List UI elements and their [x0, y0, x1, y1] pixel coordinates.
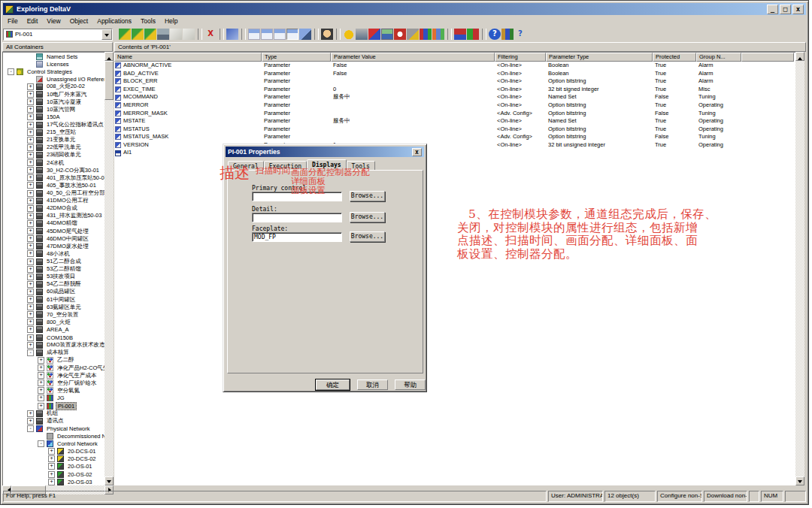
tree-item[interactable]: +48小冰机 — [3, 250, 105, 258]
column-header[interactable]: Group N... — [696, 53, 741, 62]
tree-item[interactable]: +008_火炬20-02 — [3, 83, 105, 90]
expand-icon[interactable]: + — [48, 455, 55, 462]
table-row[interactable]: AI1 — [114, 149, 795, 157]
alarm-icon[interactable] — [343, 29, 355, 40]
faceplate-browse-button[interactable]: Browse... — [350, 231, 385, 242]
tree-item[interactable]: -Physical Network — [3, 425, 105, 432]
expand-icon[interactable]: + — [38, 395, 44, 401]
table-row[interactable]: ABNORM_ACTIVEParameterFalse<On-line>Bool… — [114, 62, 795, 70]
tree-item[interactable]: +20-OS-01 — [3, 463, 105, 470]
tree-item[interactable]: +20-OS-02 — [3, 470, 105, 478]
collapse-icon[interactable]: - — [8, 68, 14, 75]
expand-icon[interactable]: + — [38, 403, 44, 410]
expand-icon[interactable]: + — [27, 304, 34, 310]
tree-item[interactable]: +150A — [3, 113, 105, 121]
object-combobox[interactable]: PI-001 — [3, 29, 113, 41]
tree-item[interactable]: +61中间罐区 — [3, 296, 105, 304]
expand-icon[interactable]: + — [48, 479, 55, 485]
ok-button[interactable]: 确定 — [316, 379, 350, 390]
expand-icon[interactable]: + — [27, 205, 34, 212]
expand-icon[interactable]: + — [38, 364, 44, 371]
menu-view[interactable]: View — [42, 17, 65, 26]
filtered-view-icon[interactable] — [299, 29, 311, 40]
tree-item[interactable]: +10蒸汽管网 — [3, 106, 105, 113]
tree-item[interactable]: +405_事故水池50-01 — [3, 182, 105, 189]
expand-icon[interactable]: + — [38, 387, 44, 394]
menu-help[interactable]: Help — [160, 17, 182, 26]
column-header[interactable]: Filtering — [495, 53, 546, 62]
column-header[interactable]: Parameter Type — [546, 53, 653, 62]
expand-icon[interactable]: + — [27, 174, 34, 181]
title-bar[interactable]: Exploring DeltaV _ □ x — [3, 3, 806, 15]
collapse-icon[interactable]: - — [38, 440, 44, 447]
tree-item[interactable]: +通讯点 — [3, 417, 105, 425]
tree-item[interactable]: +24冰机 — [3, 159, 105, 167]
minimize-button[interactable]: _ — [767, 5, 778, 14]
tree-item[interactable]: +20-OS-03 — [3, 478, 105, 485]
table-row[interactable]: MSTATEParameter服务中<On-line>Named SetTrue… — [114, 117, 795, 125]
tree-item[interactable]: Unassigned I/O References — [3, 75, 105, 83]
tree-item[interactable]: +20-DCS-01 — [3, 448, 105, 455]
tree-item[interactable]: +44DMO精馏 — [3, 219, 105, 227]
security-icon[interactable] — [407, 29, 419, 40]
expand-icon[interactable]: + — [48, 463, 55, 470]
tree-item[interactable]: +30_H2-CO分离30-01 — [3, 167, 105, 174]
tree-item[interactable]: +60成品罐区 — [3, 288, 105, 295]
expand-icon[interactable]: + — [27, 326, 34, 333]
books-online-icon[interactable] — [501, 29, 514, 40]
expand-icon[interactable]: + — [27, 342, 34, 349]
combobox-dropdown-icon[interactable] — [102, 29, 112, 40]
tree-item[interactable]: +JG — [3, 395, 105, 402]
menu-tools[interactable]: Tools — [136, 17, 160, 26]
expand-icon[interactable]: + — [27, 152, 34, 159]
tree-item[interactable]: +53技改项目 — [3, 273, 105, 280]
expand-icon[interactable]: + — [27, 418, 34, 425]
tree-item[interactable]: +AREA_A — [3, 326, 105, 334]
table-row[interactable]: EXEC_TIMEParameter0<On-line>32 bit signe… — [114, 86, 795, 94]
events-grid-icon[interactable] — [432, 29, 444, 40]
expand-icon[interactable]: + — [48, 471, 55, 478]
tree-item[interactable]: +70_空分装置 — [3, 311, 105, 319]
tree-item[interactable]: +215_空压站 — [3, 129, 105, 136]
help-button[interactable]: 帮助 — [395, 379, 426, 390]
expand-icon[interactable]: + — [27, 311, 34, 318]
menu-edit[interactable]: Edit — [23, 17, 43, 26]
tree-item[interactable]: +53乙二醇精馏 — [3, 265, 105, 273]
delete-icon[interactable]: X — [205, 29, 217, 40]
collapse-icon[interactable]: - — [27, 349, 34, 356]
scroll-down-icon[interactable] — [105, 476, 114, 485]
tree-item[interactable]: +800_火炬 — [3, 319, 105, 326]
tree-item[interactable]: +41DMO公用工程 — [3, 197, 105, 204]
expand-icon[interactable]: + — [27, 250, 34, 257]
expand-icon[interactable]: + — [27, 129, 34, 136]
expand-icon[interactable]: + — [27, 213, 34, 219]
table-row[interactable]: VERSIONParameter1<On-line>32 bit unsigne… — [114, 141, 795, 150]
menu-object[interactable]: Object — [65, 17, 93, 26]
table-row[interactable]: MERRORParameter<On-line>Option bitstring… — [114, 101, 795, 110]
expand-icon[interactable]: + — [27, 296, 34, 303]
expand-icon[interactable]: + — [27, 122, 34, 129]
table-row[interactable]: MSTATUSParameter<On-line>Option bitstrin… — [114, 125, 795, 134]
expand-icon[interactable]: + — [27, 91, 34, 98]
expand-icon[interactable]: + — [27, 83, 34, 90]
table-row[interactable]: MSTATUS_MASKParameter<Adv. Config>Option… — [114, 133, 795, 141]
expand-icon[interactable]: + — [27, 319, 34, 325]
scroll-up-icon[interactable] — [795, 52, 804, 61]
history-grid-icon[interactable] — [420, 29, 432, 40]
scroll-up-icon[interactable] — [105, 52, 114, 61]
refresh-icon[interactable] — [394, 29, 406, 40]
expand-icon[interactable]: + — [27, 182, 34, 189]
expand-icon[interactable]: + — [27, 144, 34, 151]
detail-browse-button[interactable]: Browse... — [350, 212, 385, 222]
tree-item[interactable]: +401_原水加压泵站50-03 — [3, 174, 105, 182]
user-manager-icon[interactable] — [321, 29, 333, 40]
tree-item[interactable]: +51乙二醇合成 — [3, 258, 105, 265]
table-row[interactable]: MERROR_MASKParameter<Adv. Config>Option … — [114, 109, 795, 117]
table-vertical-scrollbar[interactable] — [795, 52, 804, 485]
details-view-icon[interactable] — [286, 29, 298, 40]
diagnostics-icon[interactable] — [467, 29, 479, 40]
tree-item[interactable]: +乙二醇 — [3, 356, 105, 364]
expand-icon[interactable]: + — [27, 113, 34, 120]
expand-icon[interactable]: + — [27, 289, 34, 295]
tree-item[interactable]: +21变换单元 — [3, 136, 105, 144]
